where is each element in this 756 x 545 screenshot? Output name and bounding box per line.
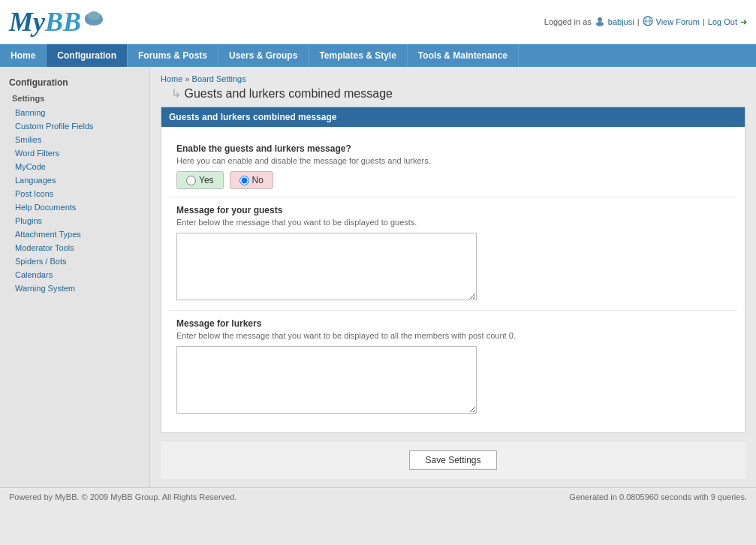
main-wrapper: Configuration Settings Banning Custom Pr… [0, 67, 756, 487]
footer-right: Generated in 0.0805960 seconds with 9 qu… [569, 492, 747, 501]
sidebar-item-help-documents[interactable]: Help Documents [0, 200, 149, 214]
header: MyBB Logged in as babjusi| View Forum| L… [0, 0, 756, 44]
guests-textarea[interactable] [176, 233, 477, 300]
radio-yes-option[interactable]: Yes [176, 171, 224, 189]
nav-tools-maintenance[interactable]: Tools & Maintenance [408, 44, 519, 67]
sidebar-item-warning-system[interactable]: Warning System [0, 282, 149, 295]
logo: MyBB [9, 6, 105, 38]
page-title: ↳ Guests and lurkers combined message [161, 86, 745, 101]
guests-message-row: Message for your guests Enter below the … [169, 197, 737, 311]
sidebar-item-calendars[interactable]: Calendars [0, 268, 149, 282]
radio-yes-label: Yes [199, 175, 214, 185]
footer-left: Powered by MyBB. © 2009 MyBB Group. All … [9, 492, 236, 501]
breadcrumb-home[interactable]: Home [161, 74, 182, 83]
sidebar-item-smilies[interactable]: Smilies [0, 133, 149, 146]
nav-configuration[interactable]: Configuration [47, 44, 128, 67]
sidebar-item-word-filters[interactable]: Word Filters [0, 146, 149, 160]
user-icon [595, 16, 605, 28]
sidebar: Configuration Settings Banning Custom Pr… [0, 67, 150, 487]
nav-users-groups[interactable]: Users & Groups [218, 44, 309, 67]
login-info: Logged in as babjusi| View Forum| Log Ou… [544, 16, 747, 28]
save-area: Save Settings [161, 441, 745, 479]
panel-header: Guests and lurkers combined message [161, 107, 745, 127]
sidebar-item-moderator-tools[interactable]: Moderator Tools [0, 241, 149, 254]
main-panel: Guests and lurkers combined message Enab… [161, 107, 745, 433]
globe-icon [643, 16, 653, 28]
enable-radio-group: Yes No [176, 171, 730, 189]
breadcrumb: Home » Board Settings [161, 74, 745, 83]
enable-desc: Here you can enable and disable the mess… [176, 156, 730, 165]
lurkers-desc: Enter below the message that you want to… [176, 331, 730, 340]
sidebar-item-languages[interactable]: Languages [0, 173, 149, 187]
sidebar-item-attachment-types[interactable]: Attachment Types [0, 227, 149, 241]
sidebar-item-banning[interactable]: Banning [0, 106, 149, 119]
logout-link[interactable]: Log Out [708, 17, 737, 26]
logout-arrow-icon: ➜ [740, 17, 747, 27]
lurkers-label: Message for lurkers [176, 318, 730, 329]
sidebar-item-spiders-bots[interactable]: Spiders / Bots [0, 254, 149, 268]
content: Home » Board Settings ↳ Guests and lurke… [150, 67, 756, 487]
page-title-text: Guests and lurkers combined message [184, 87, 392, 100]
guests-label: Message for your guests [176, 205, 730, 215]
sidebar-subsection-title: Settings [0, 91, 149, 106]
logged-in-label: Logged in as [544, 17, 592, 26]
panel-body: Enable the guests and lurkers message? H… [161, 127, 745, 432]
nav-templates-style[interactable]: Templates & Style [309, 44, 407, 67]
footer: Powered by MyBB. © 2009 MyBB Group. All … [0, 487, 756, 506]
logo-cloud-icon [83, 9, 105, 29]
sidebar-item-plugins[interactable]: Plugins [0, 214, 149, 227]
lurkers-message-row: Message for lurkers Enter below the mess… [169, 311, 737, 423]
guests-desc: Enter below the message that you want to… [176, 218, 730, 227]
enable-row: Enable the guests and lurkers message? H… [169, 136, 737, 197]
nav-forums-posts[interactable]: Forums & Posts [128, 44, 218, 67]
username-link[interactable]: babjusi [608, 17, 634, 26]
breadcrumb-board-settings[interactable]: Board Settings [192, 74, 246, 83]
svg-point-3 [88, 11, 100, 20]
sidebar-section-title: Configuration [0, 73, 149, 91]
navbar: Home Configuration Forums & Posts Users … [0, 44, 756, 67]
save-button[interactable]: Save Settings [409, 450, 496, 470]
logo-bb: BB [45, 6, 81, 38]
svg-point-4 [598, 17, 602, 22]
view-forum-link[interactable]: View Forum [656, 17, 700, 26]
radio-no-option[interactable]: No [230, 171, 273, 189]
sidebar-item-mycode[interactable]: MyCode [0, 160, 149, 173]
sidebar-item-post-icons[interactable]: Post Icons [0, 187, 149, 200]
radio-no-label: No [252, 175, 264, 185]
sidebar-item-custom-profile-fields[interactable]: Custom Profile Fields [0, 119, 149, 133]
svg-point-5 [596, 22, 604, 26]
radio-no-input[interactable] [239, 176, 249, 185]
radio-yes-input[interactable] [186, 176, 196, 185]
logo-my: My [9, 6, 45, 38]
lurkers-textarea[interactable] [176, 346, 477, 414]
nav-home[interactable]: Home [0, 44, 47, 67]
page-title-icon: ↳ [171, 87, 181, 100]
enable-label: Enable the guests and lurkers message? [176, 143, 730, 154]
